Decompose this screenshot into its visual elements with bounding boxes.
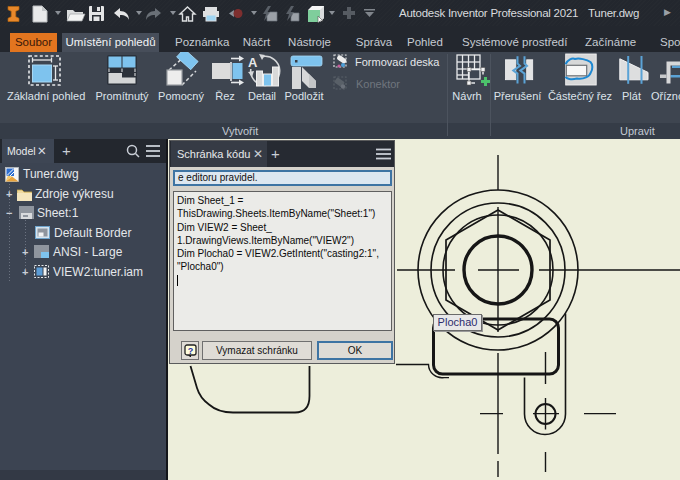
svg-text:A: A	[248, 55, 258, 70]
svg-text:?: ?	[187, 346, 193, 356]
